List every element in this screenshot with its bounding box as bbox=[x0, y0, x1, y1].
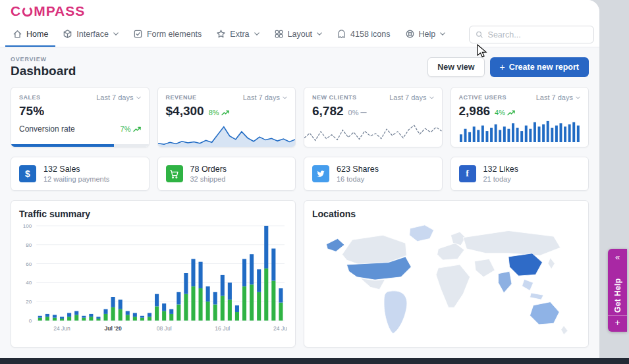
chevron-down-icon bbox=[429, 96, 434, 99]
search-icon bbox=[476, 30, 483, 39]
stat-label: Revenue bbox=[166, 94, 197, 101]
page-title: Dashboard bbox=[11, 64, 76, 78]
svg-text:24 Jun: 24 Jun bbox=[53, 325, 70, 332]
info-card-orders: 78 Orders 32 shipped bbox=[157, 157, 296, 191]
compass-o-icon bbox=[22, 6, 33, 17]
top-header: C MPASS bbox=[0, 0, 599, 22]
locations-card: Locations bbox=[304, 200, 589, 348]
info-cards-row: $ 132 Sales 12 waiting payments 78 Order… bbox=[11, 157, 589, 191]
chevron-down-icon bbox=[113, 32, 119, 36]
info-subtitle: 12 waiting payments bbox=[43, 175, 109, 183]
traffic-summary-title: Traffic summary bbox=[19, 209, 287, 219]
nav-label: Form elements bbox=[147, 30, 202, 39]
page-actions: New view + Create new report bbox=[427, 57, 589, 77]
users-sparkline bbox=[459, 120, 581, 142]
map-region-europe bbox=[437, 243, 464, 260]
info-card-sales: $ 132 Sales 12 waiting payments bbox=[11, 157, 150, 191]
chevron-down-icon bbox=[283, 96, 287, 99]
trending-up-icon bbox=[221, 110, 229, 116]
svg-text:16 Jul: 16 Jul bbox=[215, 325, 230, 332]
conversion-rate-label: Conversion rate bbox=[19, 124, 75, 134]
info-subtitle: 21 today bbox=[483, 175, 519, 183]
plus-icon[interactable]: + bbox=[608, 315, 627, 332]
nav-item-home[interactable]: Home bbox=[5, 22, 55, 47]
create-new-report-button[interactable]: + Create new report bbox=[490, 57, 589, 77]
svg-text:80: 80 bbox=[26, 242, 32, 248]
traffic-summary-card: Traffic summary 02040608010024 JunJul '2… bbox=[11, 200, 296, 348]
nav-label: Help bbox=[419, 30, 436, 39]
chevron-down-icon bbox=[317, 32, 322, 36]
checkbox-icon bbox=[133, 29, 143, 39]
nav-item-interface[interactable]: Interface bbox=[55, 22, 126, 47]
nav-label: Home bbox=[26, 30, 48, 39]
stat-value: $4,300 bbox=[166, 104, 204, 118]
collapse-chevron-icon[interactable]: « bbox=[615, 249, 620, 263]
stat-card-active-users: Active users Last 7 days 2,986 4% bbox=[451, 87, 589, 147]
revenue-sparkline bbox=[158, 122, 296, 147]
page-header: Overview Dashboard New view + Create new… bbox=[11, 54, 589, 80]
world-map bbox=[312, 221, 580, 336]
nav-item-extra[interactable]: Extra bbox=[209, 22, 266, 47]
nav-item-help[interactable]: Help bbox=[398, 22, 453, 47]
map-region-alaska bbox=[326, 238, 344, 251]
layout-icon bbox=[274, 29, 284, 39]
home-icon bbox=[13, 29, 22, 39]
search-input[interactable] bbox=[488, 30, 588, 39]
map-region-australia bbox=[530, 302, 560, 325]
conversion-delta: 7% bbox=[121, 125, 141, 133]
period-dropdown[interactable]: Last 7 days bbox=[243, 93, 287, 101]
map-region-china bbox=[508, 253, 543, 276]
traffic-summary-chart: 02040608010024 JunJul '2008 Jul16 Jul24 … bbox=[19, 222, 287, 335]
stat-card-new-clients: New clients Last 7 days 6,782 0% bbox=[304, 87, 443, 147]
info-title: 132 Sales bbox=[43, 165, 109, 174]
period-dropdown[interactable]: Last 7 days bbox=[389, 93, 433, 101]
logo-text-prefix: C bbox=[11, 3, 21, 19]
map-region-new-zealand bbox=[561, 326, 568, 335]
nav-label: Extra bbox=[230, 30, 249, 39]
info-title: 623 Shares bbox=[337, 165, 379, 174]
svg-text:Jul '20: Jul '20 bbox=[104, 325, 122, 332]
nav-item-form-elements[interactable]: Form elements bbox=[126, 22, 209, 47]
star-icon bbox=[216, 29, 226, 39]
stat-card-revenue: Revenue Last 7 days $4,300 8% bbox=[157, 87, 296, 147]
panels-row: Traffic summary 02040608010024 JunJul '2… bbox=[11, 200, 589, 348]
ghost-icon bbox=[337, 29, 346, 39]
get-help-button[interactable]: « Get Help + bbox=[608, 249, 627, 332]
map-region-africa bbox=[436, 265, 470, 307]
stat-cards-row: Sales Last 7 days 75% Conversion rate 7% bbox=[11, 87, 589, 147]
logo-text-suffix: MPASS bbox=[34, 3, 85, 19]
svg-text:0: 0 bbox=[29, 318, 32, 324]
clients-sparkline bbox=[304, 122, 442, 142]
main-navbar: Home Interface Form elements Extra Layou… bbox=[0, 22, 599, 47]
stat-value: 6,782 bbox=[312, 104, 344, 118]
compass-logo[interactable]: C MPASS bbox=[11, 3, 85, 19]
period-dropdown[interactable]: Last 7 days bbox=[96, 93, 140, 101]
page-overline: Overview bbox=[11, 56, 76, 63]
nav-label: Layout bbox=[288, 30, 313, 39]
get-help-label: Get Help bbox=[613, 263, 622, 314]
svg-text:40: 40 bbox=[26, 280, 32, 286]
period-dropdown[interactable]: Last 7 days bbox=[536, 93, 580, 101]
info-subtitle: 32 shipped bbox=[190, 175, 227, 183]
stat-value: 75% bbox=[19, 104, 44, 118]
lifebuoy-icon bbox=[405, 29, 415, 39]
stat-label: Sales bbox=[19, 94, 41, 101]
map-region-indonesia bbox=[530, 293, 544, 299]
svg-text:100: 100 bbox=[23, 223, 32, 229]
stat-value: 2,986 bbox=[459, 104, 491, 118]
twitter-icon bbox=[312, 165, 329, 182]
locations-title: Locations bbox=[312, 209, 580, 219]
stat-card-sales: Sales Last 7 days 75% Conversion rate 7% bbox=[11, 87, 150, 147]
package-icon bbox=[63, 29, 72, 39]
chevron-down-icon bbox=[254, 32, 260, 36]
info-card-likes: f 132 Likes 21 today bbox=[451, 157, 589, 191]
nav-item-icons[interactable]: 4158 icons bbox=[329, 22, 397, 47]
map-region-india bbox=[498, 271, 512, 293]
info-subtitle: 16 today bbox=[337, 175, 379, 183]
trending-up-icon bbox=[133, 126, 141, 132]
svg-text:60: 60 bbox=[26, 261, 32, 267]
new-view-button[interactable]: New view bbox=[427, 57, 484, 77]
map-region-mexico bbox=[360, 278, 385, 290]
facebook-icon: f bbox=[459, 165, 476, 182]
nav-item-layout[interactable]: Layout bbox=[267, 22, 330, 47]
